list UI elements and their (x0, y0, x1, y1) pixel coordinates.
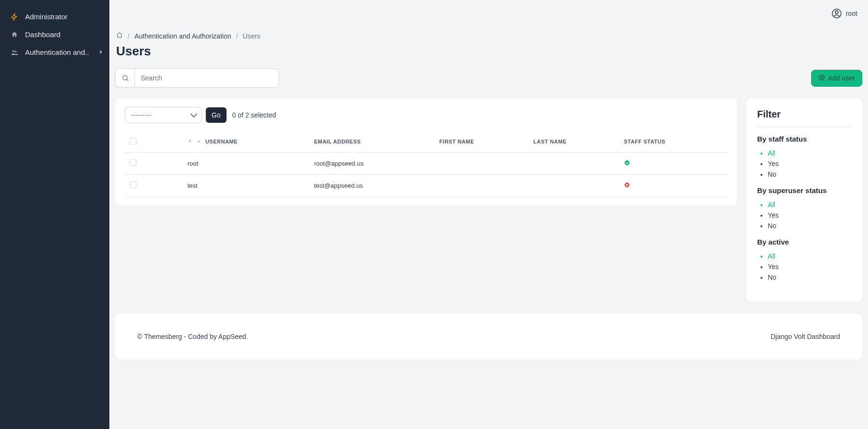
filter-option[interactable]: No (768, 272, 852, 283)
home-icon (10, 31, 19, 39)
users-table-card: --------- Go 0 of 2 selected (115, 98, 737, 206)
filter-card: Filter By staff statusAllYesNoBy superus… (747, 98, 862, 302)
col-first[interactable]: FIRST NAME (435, 131, 529, 153)
filter-option[interactable]: Yes (768, 210, 852, 221)
search-input[interactable] (135, 69, 279, 87)
sort-asc-icon (197, 139, 203, 144)
sidebar-brand[interactable]: Administrator (0, 8, 109, 26)
col-last[interactable]: LAST NAME (529, 131, 619, 153)
cell-first (435, 175, 529, 197)
go-button[interactable]: Go (206, 107, 227, 123)
filter-group: By staff statusAllYesNo (757, 135, 852, 180)
row-checkbox[interactable] (130, 159, 136, 166)
add-user-label: Add user (828, 74, 855, 82)
search-icon[interactable] (116, 69, 135, 87)
cell-first (435, 153, 529, 175)
filter-group-title: By superuser status (757, 186, 852, 195)
select-all-checkbox[interactable] (130, 138, 136, 144)
add-user-button[interactable]: Add user (811, 70, 862, 87)
table-row: testtest@appseed.us (125, 175, 727, 197)
filter-option[interactable]: No (768, 169, 852, 180)
users-icon (10, 49, 19, 56)
filter-divider (757, 127, 852, 127)
breadcrumb-sep: / (236, 32, 238, 40)
filter-option[interactable]: No (768, 221, 852, 231)
breadcrumb-auth[interactable]: Authentication and Authorization (134, 32, 231, 40)
filter-option[interactable]: Yes (768, 261, 852, 272)
footer-themesberg-link[interactable]: Themesberg (144, 333, 182, 340)
sidebar: Administrator Dashboard Authentication a… (0, 0, 109, 429)
bulk-action-select[interactable]: --------- (125, 107, 202, 123)
col-email[interactable]: EMAIL ADDRESS (309, 131, 435, 153)
page-title: Users (116, 44, 862, 59)
footer-appseed-link[interactable]: AppSeed (218, 333, 246, 340)
sidebar-item-auth[interactable]: Authentication and.. (0, 43, 109, 61)
svg-point-4 (122, 76, 127, 80)
footer: © Themesberg - Coded by AppSeed. Django … (115, 313, 862, 360)
cell-username[interactable]: root (183, 153, 309, 175)
x-circle-icon (624, 182, 630, 189)
selection-count: 0 of 2 selected (232, 111, 276, 119)
cell-last (529, 153, 619, 175)
topbar: root (115, 0, 862, 27)
bolt-icon (10, 13, 19, 21)
breadcrumb-users: Users (243, 32, 261, 40)
filter-title: Filter (757, 109, 852, 120)
cell-staff (619, 175, 727, 197)
filter-option[interactable]: All (768, 148, 852, 158)
search-box (115, 68, 279, 88)
cell-email: root@appseed.us (309, 153, 435, 175)
col-username[interactable]: USERNAME (183, 131, 309, 153)
cell-username[interactable]: test (183, 175, 309, 197)
users-table: USERNAME EMAIL ADDRESS FIRST NAME LAST N… (125, 131, 727, 197)
sidebar-item-label: Dashboard (25, 30, 60, 39)
svg-point-0 (13, 50, 14, 52)
sort-icon (187, 139, 194, 144)
footer-right[interactable]: Django Volt Dashboard (771, 333, 840, 340)
row-checkbox[interactable] (130, 182, 136, 188)
chevron-right-icon (98, 48, 104, 56)
bulk-action-row: --------- Go 0 of 2 selected (125, 107, 727, 123)
filter-option[interactable]: All (768, 251, 852, 261)
sidebar-item-label: Authentication and.. (25, 48, 89, 56)
sidebar-brand-label: Administrator (25, 13, 67, 21)
topbar-username[interactable]: root (846, 10, 857, 17)
col-staff[interactable]: STAFF STATUS (619, 131, 727, 153)
filter-group-title: By active (757, 238, 852, 246)
cell-last (529, 175, 619, 197)
filter-group: By superuser statusAllYesNo (757, 186, 852, 231)
cell-staff (619, 153, 727, 175)
check-circle-icon (624, 160, 630, 167)
main-row: --------- Go 0 of 2 selected (115, 98, 862, 302)
breadcrumb-home-icon[interactable] (116, 32, 123, 40)
footer-left: © Themesberg - Coded by AppSeed. (137, 333, 248, 340)
user-avatar-icon[interactable] (831, 8, 842, 19)
breadcrumb-sep: / (128, 32, 130, 40)
cell-email: test@appseed.us (309, 175, 435, 197)
filter-option[interactable]: All (768, 199, 852, 210)
filter-group-title: By staff status (757, 135, 852, 143)
filter-group: By activeAllYesNo (757, 238, 852, 283)
filter-option[interactable]: Yes (768, 158, 852, 169)
svg-point-3 (835, 11, 838, 13)
sidebar-item-dashboard[interactable]: Dashboard (0, 26, 109, 43)
toolbar: Add user (115, 68, 862, 88)
plus-circle-icon (818, 74, 825, 82)
svg-point-1 (15, 51, 16, 52)
breadcrumb: / Authentication and Authorization / Use… (116, 32, 862, 40)
table-row: rootroot@appseed.us (125, 153, 727, 175)
main-content: root / Authentication and Authorization … (109, 0, 868, 360)
